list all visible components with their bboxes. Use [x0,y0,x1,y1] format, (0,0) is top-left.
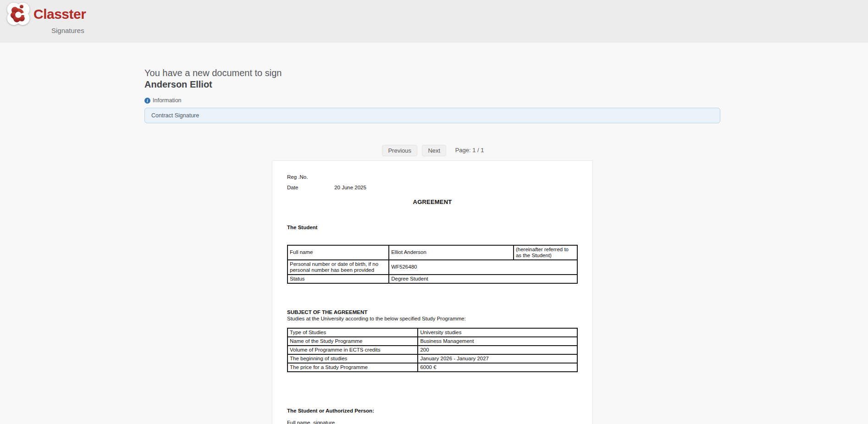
table-row: Volume of Programme in ECTS credits 200 [287,346,577,354]
table-cell: Type of Studies [287,328,418,337]
date-label: Date [287,184,333,191]
student-section-heading: The Student [287,225,578,230]
table-row: The beginning of studies January 2026 - … [287,354,577,363]
table-cell: Full name [287,245,389,260]
table-cell: 6000 € [418,363,577,372]
table-row: Personal number or date of birth, if no … [287,260,577,275]
table-cell: Status [287,275,389,283]
table-cell: Volume of Programme in ECTS credits [287,346,418,354]
recipient-name: Anderson Elliot [144,79,720,90]
table-row: The price for a Study Programme 6000 € [287,363,577,372]
table-row: Type of Studies University studies [287,328,577,337]
date-row: Date 20 June 2025 [287,184,578,191]
subject-section-text: Studies at the University according to t… [287,316,578,321]
table-cell: Elliot Anderson [389,245,514,260]
reg-no-label: Reg .No. [287,174,578,180]
table-cell: (hereinafter referred to as the Student) [514,245,577,260]
info-icon: i [144,98,150,104]
date-value: 20 June 2025 [334,185,366,190]
main-content: You have a new document to sign Anderson… [144,43,720,424]
table-cell: 200 [418,346,577,354]
information-label: Information [153,97,182,104]
contract-signature-label: Contract Signature [151,112,199,119]
table-cell: University studies [418,328,577,337]
programme-table: Type of Studies University studies Name … [287,328,578,372]
contract-signature-panel[interactable]: Contract Signature [144,108,720,123]
signature-section-text: Full name, signature [287,420,578,424]
agreement-title: AGREEMENT [287,198,578,205]
table-row: Full name Elliot Anderson (hereinafter r… [287,245,577,260]
classter-logo-icon [6,2,30,26]
pagination-bar: Previous Next Page: 1 / 1 [144,145,720,156]
table-row: Name of the Study Programme Business Man… [287,337,577,346]
document-preview-page: Reg .No. Date 20 June 2025 AGREEMENT The… [272,160,593,424]
brand-name: Classter [33,6,86,22]
table-cell: WF526480 [389,260,577,275]
page-subtitle: Signatures [51,27,84,34]
table-cell: Degree Student [389,275,577,283]
table-cell: The beginning of studies [287,354,418,363]
signature-section-heading: The Student or Authorized Person: [287,408,578,413]
next-page-button[interactable]: Next [422,145,446,156]
student-table: Full name Elliot Anderson (hereinafter r… [287,245,578,284]
table-cell: The price for a Study Programme [287,363,418,372]
app-header: Classter Signatures [0,0,868,43]
table-cell: Business Management [418,337,577,346]
table-cell: Personal number or date of birth, if no … [287,260,389,275]
table-cell: January 2026 - January 2027 [418,354,577,363]
table-cell: Name of the Study Programme [287,337,418,346]
previous-page-button[interactable]: Previous [382,145,417,156]
page-title: You have a new document to sign [144,67,720,79]
table-row: Status Degree Student [287,275,577,283]
page-indicator: Page: 1 / 1 [455,147,484,154]
subject-section-heading: SUBJECT OF THE AGREEMENT [287,309,578,315]
information-link[interactable]: i Information [144,97,182,104]
